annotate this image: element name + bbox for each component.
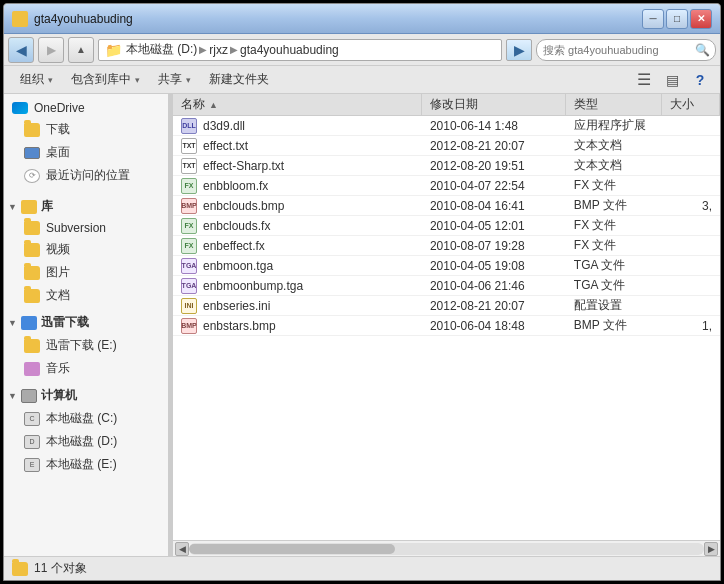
table-row[interactable]: FX enbbloom.fx 2010-04-07 22:54 FX 文件	[173, 176, 720, 196]
file-name: INI enbseries.ini	[173, 296, 422, 315]
close-button[interactable]: ✕	[690, 9, 712, 29]
file-type: 配置设置	[566, 296, 662, 315]
file-date: 2010-04-05 19:08	[422, 256, 566, 275]
file-type: 文本文档	[566, 156, 662, 175]
file-size	[662, 136, 720, 155]
file-name: FX enbbloom.fx	[173, 176, 422, 195]
file-name: FX enbeffect.fx	[173, 236, 422, 255]
address-bar: ◀ ▶ ▲ 📁 本地磁盘 (D:) ▶ rjxz ▶ gta4youhuabud…	[4, 34, 720, 66]
table-row[interactable]: FX enbclouds.fx 2010-04-05 12:01 FX 文件	[173, 216, 720, 236]
file-name: TGA enbmoon.tga	[173, 256, 422, 275]
sidebar-item-desktop[interactable]: 桌面	[4, 141, 168, 164]
table-row[interactable]: TXT effect-Sharp.txt 2012-08-20 19:51 文本…	[173, 156, 720, 176]
breadcrumb-drive: 本地磁盘 (D:)	[126, 41, 197, 58]
file-icon: TGA	[181, 278, 197, 294]
file-date: 2012-08-20 19:51	[422, 156, 566, 175]
status-count: 11 个对象	[34, 560, 87, 577]
file-size	[662, 156, 720, 175]
new-folder-button[interactable]: 新建文件夹	[201, 68, 277, 92]
minimize-button[interactable]: ─	[642, 9, 664, 29]
thunder-icon	[21, 316, 37, 330]
file-list-header: 名称 ▲ 修改日期 类型 大小	[173, 94, 720, 116]
file-size	[662, 296, 720, 315]
share-button[interactable]: 共享 ▾	[150, 68, 199, 92]
go-button[interactable]: ▶	[506, 39, 532, 61]
maximize-button[interactable]: □	[666, 9, 688, 29]
sidebar-item-docs[interactable]: 文档	[4, 284, 168, 307]
sidebar-item-onedrive[interactable]: OneDrive	[4, 98, 168, 118]
window-icon	[12, 11, 28, 27]
file-type: TGA 文件	[566, 256, 662, 275]
file-size	[662, 216, 720, 235]
file-date: 2010-08-04 16:41	[422, 196, 566, 215]
col-header-date[interactable]: 修改日期	[422, 94, 566, 115]
col-header-size[interactable]: 大小	[662, 94, 720, 115]
breadcrumb-folder: gta4youhuabuding	[240, 43, 339, 57]
sidebar-item-subversion[interactable]: Subversion	[4, 218, 168, 238]
sidebar-item-drive-e[interactable]: E 本地磁盘 (E:)	[4, 453, 168, 476]
include-in-button[interactable]: 包含到库中 ▾	[63, 68, 148, 92]
file-type: BMP 文件	[566, 316, 662, 335]
horizontal-scrollbar[interactable]: ◀ ▶	[173, 540, 720, 556]
col-header-type[interactable]: 类型	[566, 94, 662, 115]
sidebar-item-thunder-e[interactable]: 迅雷下载 (E:)	[4, 334, 168, 357]
organize-button[interactable]: 组织 ▾	[12, 68, 61, 92]
file-type: FX 文件	[566, 216, 662, 235]
forward-button[interactable]: ▶	[38, 37, 64, 63]
table-row[interactable]: TGA enbmoonbump.tga 2010-04-06 21:46 TGA…	[173, 276, 720, 296]
status-folder-icon	[12, 562, 28, 576]
back-button[interactable]: ◀	[8, 37, 34, 63]
scroll-thumb[interactable]	[189, 544, 395, 554]
sidebar-section-thunder[interactable]: ▼ 迅雷下载	[4, 311, 168, 334]
sidebar-section-computer[interactable]: ▼ 计算机	[4, 384, 168, 407]
drive-e-icon: E	[24, 458, 40, 472]
folder-icon	[24, 123, 40, 137]
music-icon	[24, 362, 40, 376]
table-row[interactable]: FX enbeffect.fx 2010-08-07 19:28 FX 文件	[173, 236, 720, 256]
address-path[interactable]: 📁 本地磁盘 (D:) ▶ rjxz ▶ gta4youhuabuding	[98, 39, 502, 61]
sidebar-item-music[interactable]: 音乐	[4, 357, 168, 380]
table-row[interactable]: DLL d3d9.dll 2010-06-14 1:48 应用程序扩展	[173, 116, 720, 136]
sidebar-item-drive-c[interactable]: C 本地磁盘 (C:)	[4, 407, 168, 430]
title-bar-controls: ─ □ ✕	[642, 9, 712, 29]
sidebar-item-video[interactable]: 视频	[4, 238, 168, 261]
file-icon: TXT	[181, 158, 197, 174]
file-name: FX enbclouds.fx	[173, 216, 422, 235]
help-button[interactable]: ?	[688, 69, 712, 91]
toolbar: 组织 ▾ 包含到库中 ▾ 共享 ▾ 新建文件夹 ☰ ▤ ?	[4, 66, 720, 94]
sidebar-item-images[interactable]: 图片	[4, 261, 168, 284]
search-input[interactable]	[543, 44, 691, 56]
scroll-left-button[interactable]: ◀	[175, 542, 189, 556]
sidebar-section-library[interactable]: ▼ 库	[4, 195, 168, 218]
change-view-button[interactable]: ☰	[632, 69, 656, 91]
scroll-track[interactable]	[189, 543, 704, 555]
sidebar-item-download[interactable]: 下载	[4, 118, 168, 141]
table-row[interactable]: TXT effect.txt 2012-08-21 20:07 文本文档	[173, 136, 720, 156]
file-icon: TXT	[181, 138, 197, 154]
file-size: 3,	[662, 196, 720, 215]
scroll-right-button[interactable]: ▶	[704, 542, 718, 556]
table-row[interactable]: TGA enbmoon.tga 2010-04-05 19:08 TGA 文件	[173, 256, 720, 276]
file-name: BMP enbstars.bmp	[173, 316, 422, 335]
breadcrumb-rjxz: rjxz	[209, 43, 228, 57]
table-row[interactable]: INI enbseries.ini 2012-08-21 20:07 配置设置	[173, 296, 720, 316]
main-area: OneDrive 下载 桌面 ⟳ 最近访问的位置 ▼ 库	[4, 94, 720, 556]
thunder-e-icon	[24, 339, 40, 353]
file-list-body: DLL d3d9.dll 2010-06-14 1:48 应用程序扩展 TXT …	[173, 116, 720, 540]
title-bar: gta4youhuabuding ─ □ ✕	[4, 4, 720, 34]
file-date: 2010-06-14 1:48	[422, 116, 566, 135]
file-name: DLL d3d9.dll	[173, 116, 422, 135]
table-row[interactable]: BMP enbclouds.bmp 2010-08-04 16:41 BMP 文…	[173, 196, 720, 216]
sidebar-spacer	[4, 187, 168, 195]
col-header-name[interactable]: 名称 ▲	[173, 94, 422, 115]
sidebar-item-drive-d[interactable]: D 本地磁盘 (D:)	[4, 430, 168, 453]
title-bar-left: gta4youhuabuding	[12, 11, 133, 27]
file-type: FX 文件	[566, 176, 662, 195]
details-view-button[interactable]: ▤	[660, 69, 684, 91]
sidebar-item-recent[interactable]: ⟳ 最近访问的位置	[4, 164, 168, 187]
table-row[interactable]: BMP enbstars.bmp 2010-06-04 18:48 BMP 文件…	[173, 316, 720, 336]
file-icon: INI	[181, 298, 197, 314]
up-button[interactable]: ▲	[68, 37, 94, 63]
search-box[interactable]: 🔍	[536, 39, 716, 61]
file-date: 2010-08-07 19:28	[422, 236, 566, 255]
